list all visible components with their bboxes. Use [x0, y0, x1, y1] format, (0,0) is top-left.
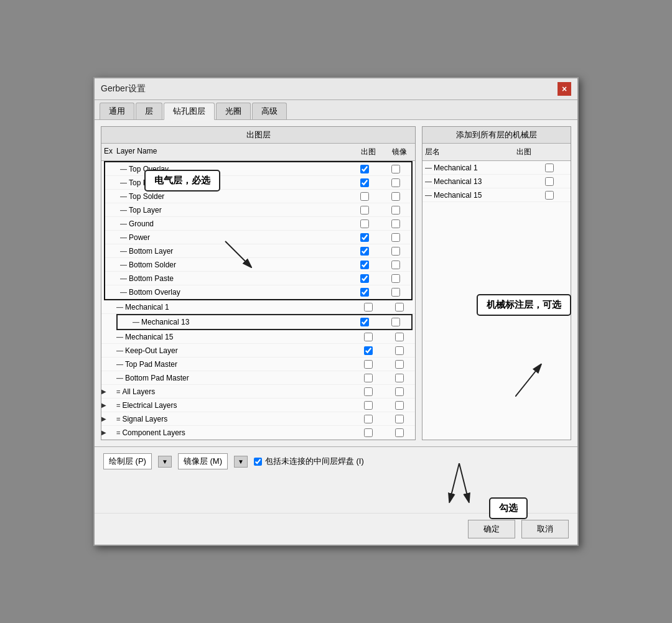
plot-checkbox[interactable]	[364, 303, 373, 312]
plot-checkbox-cell	[349, 206, 380, 215]
layer-row: —Ground	[105, 217, 411, 231]
mirror-checkbox[interactable]	[395, 374, 404, 382]
group-row-all-layers: ▶ =All Layers	[101, 385, 415, 399]
plot-checkbox[interactable]	[360, 318, 369, 326]
plot-checkbox[interactable]	[364, 428, 373, 437]
plot-checkbox[interactable]	[360, 165, 369, 173]
check-callout: 勾选	[489, 497, 528, 519]
plot-checkbox[interactable]	[545, 164, 554, 172]
plot-layers-button[interactable]: 绘制层 (P)	[103, 453, 152, 469]
plot-checkbox[interactable]	[360, 178, 369, 187]
mirror-checkbox[interactable]	[395, 346, 404, 355]
layer-name: —Ground	[118, 219, 349, 228]
plot-checkbox[interactable]	[364, 346, 373, 355]
include-label[interactable]: 包括未连接的中间层焊盘 (I)	[254, 456, 364, 467]
right-panel-header: 添加到所有层的机械层	[422, 127, 571, 144]
mirror-checkbox[interactable]	[391, 261, 400, 269]
tab-drill[interactable]: 钻孔图层	[164, 103, 215, 120]
expand-arrow[interactable]: ▶	[101, 429, 114, 436]
mirror-checkbox[interactable]	[391, 288, 400, 297]
layer-row: —Power	[105, 231, 411, 244]
plot-checkbox[interactable]	[364, 360, 373, 369]
close-button[interactable]: ×	[558, 82, 571, 96]
plot-checkbox[interactable]	[360, 274, 369, 283]
mirror-checkbox[interactable]	[391, 274, 400, 283]
mirror-checkbox[interactable]	[391, 192, 400, 201]
mech13-highlight: —Mechanical 13	[116, 314, 413, 330]
expand-arrow[interactable]: ▶	[101, 402, 114, 408]
plot-checkbox-cell	[353, 428, 384, 437]
expand-arrow[interactable]: ▶	[101, 415, 114, 422]
mirror-checkbox[interactable]	[391, 219, 400, 228]
mirror-checkbox-cell	[380, 178, 411, 187]
mirror-checkbox-cell	[380, 219, 411, 228]
mirror-checkbox[interactable]	[395, 415, 404, 423]
cancel-button[interactable]: 取消	[521, 520, 569, 538]
plot-checkbox-cell	[349, 219, 380, 228]
mirror-checkbox[interactable]	[395, 333, 404, 341]
plot-checkbox[interactable]	[364, 401, 373, 410]
plot-checkbox[interactable]	[545, 191, 554, 200]
plot-checkbox[interactable]	[360, 233, 369, 242]
plot-checkbox[interactable]	[364, 333, 373, 341]
mirror-checkbox-cell	[380, 233, 411, 242]
check-arrow	[441, 463, 478, 513]
plot-checkbox-cell	[353, 374, 384, 382]
mirror-checkbox[interactable]	[391, 233, 400, 242]
plot-checkbox[interactable]	[360, 261, 369, 269]
tab-layers[interactable]: 层	[136, 103, 162, 119]
layer-row: —Top Solder	[105, 190, 411, 203]
plot-checkbox-cell	[349, 192, 380, 201]
layer-name: —Bottom Pad Master	[114, 374, 353, 382]
plot-checkbox-cell	[349, 247, 380, 256]
group-row-signal: ▶ =Signal Layers	[101, 412, 415, 426]
plot-checkbox-cell	[349, 165, 380, 173]
plot-checkbox-cell	[353, 360, 384, 369]
mirror-checkbox-cell	[384, 428, 415, 437]
plot-checkbox-cell	[349, 288, 380, 297]
layer-name: —Top Solder	[118, 192, 349, 201]
mirror-checkbox[interactable]	[391, 178, 400, 187]
left-panel-header: 出图层	[101, 127, 415, 144]
plot-checkbox[interactable]	[364, 415, 373, 423]
layer-row: —Keep-Out Layer	[101, 344, 415, 358]
mirror-dropdown-arrow[interactable]: ▼	[234, 456, 248, 468]
mirror-checkbox[interactable]	[391, 318, 400, 326]
svg-line-0	[225, 241, 250, 266]
plot-checkbox[interactable]	[360, 247, 369, 256]
mirror-checkbox-cell	[380, 318, 411, 326]
mirror-checkbox-cell	[384, 374, 415, 382]
right-layer-row: —Mechanical 1	[422, 161, 571, 175]
electrical-callout: 电气层，必选	[144, 170, 220, 192]
mirror-checkbox-cell	[380, 165, 411, 173]
mirror-checkbox[interactable]	[395, 428, 404, 437]
mirror-checkbox-cell	[380, 206, 411, 215]
plot-checkbox[interactable]	[545, 177, 554, 186]
include-checkbox[interactable]	[254, 458, 262, 466]
mirror-checkbox[interactable]	[395, 401, 404, 410]
mirror-checkbox[interactable]	[391, 206, 400, 215]
mirror-checkbox[interactable]	[391, 247, 400, 256]
tab-advanced[interactable]: 高级	[252, 103, 287, 119]
plot-checkbox[interactable]	[360, 192, 369, 201]
plot-checkbox[interactable]	[360, 206, 369, 215]
mirror-checkbox-cell	[384, 303, 415, 312]
plot-dropdown-arrow[interactable]: ▼	[158, 456, 172, 468]
plot-checkbox[interactable]	[364, 387, 373, 396]
group-name: =Component Layers	[114, 428, 353, 437]
mirror-layers-button[interactable]: 镜像层 (M)	[178, 453, 228, 469]
tab-general[interactable]: 通用	[100, 103, 134, 119]
col-layer-name: Layer Name	[114, 145, 353, 159]
col-mirror: 镜像	[384, 145, 415, 159]
plot-checkbox[interactable]	[360, 219, 369, 228]
group-row-electrical: ▶ =Electrical Layers	[101, 399, 415, 412]
ok-button[interactable]: 确定	[468, 520, 515, 538]
mirror-checkbox[interactable]	[395, 360, 404, 369]
expand-arrow[interactable]: ▶	[101, 388, 114, 395]
mirror-checkbox[interactable]	[395, 387, 404, 396]
mirror-checkbox[interactable]	[395, 303, 404, 312]
plot-checkbox[interactable]	[364, 374, 373, 382]
mirror-checkbox[interactable]	[391, 165, 400, 173]
plot-checkbox[interactable]	[360, 288, 369, 297]
tab-aperture[interactable]: 光圈	[216, 103, 251, 119]
